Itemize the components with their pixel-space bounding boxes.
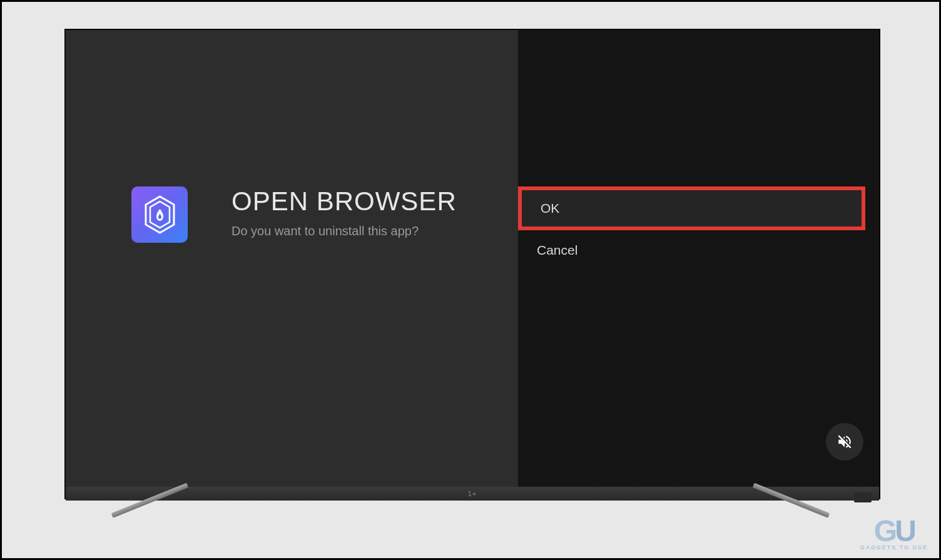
tv-stand-right <box>751 498 833 536</box>
cancel-button[interactable]: Cancel <box>518 230 865 270</box>
tv-brand-logo: 1+ <box>468 490 477 497</box>
dialog-info-panel: OPEN BROWSER Do you want to uninstall th… <box>66 30 518 487</box>
app-header: OPEN BROWSER Do you want to uninstall th… <box>131 186 490 243</box>
app-info: OPEN BROWSER Do you want to uninstall th… <box>231 186 457 238</box>
tv-screen: OPEN BROWSER Do you want to uninstall th… <box>66 30 879 487</box>
watermark-logo: GU <box>874 517 914 544</box>
watermark-text: GADGETS TO USE <box>860 544 928 551</box>
cancel-button-label: Cancel <box>537 243 577 258</box>
mute-button[interactable] <box>826 423 863 461</box>
app-icon <box>131 186 188 243</box>
ok-button[interactable]: OK <box>518 186 865 230</box>
dialog-actions-panel: OK Cancel <box>518 30 879 487</box>
app-title: OPEN BROWSER <box>231 186 457 216</box>
ok-button-label: OK <box>541 201 559 216</box>
uninstall-prompt: Do you want to uninstall this app? <box>231 224 457 238</box>
hexagon-flame-icon <box>143 195 177 234</box>
watermark: GU GADGETS TO USE <box>860 517 928 551</box>
tv-power-button <box>854 492 872 502</box>
tv-frame: OPEN BROWSER Do you want to uninstall th… <box>64 29 880 499</box>
volume-muted-icon <box>837 434 853 450</box>
tv-stand-left <box>108 498 190 536</box>
